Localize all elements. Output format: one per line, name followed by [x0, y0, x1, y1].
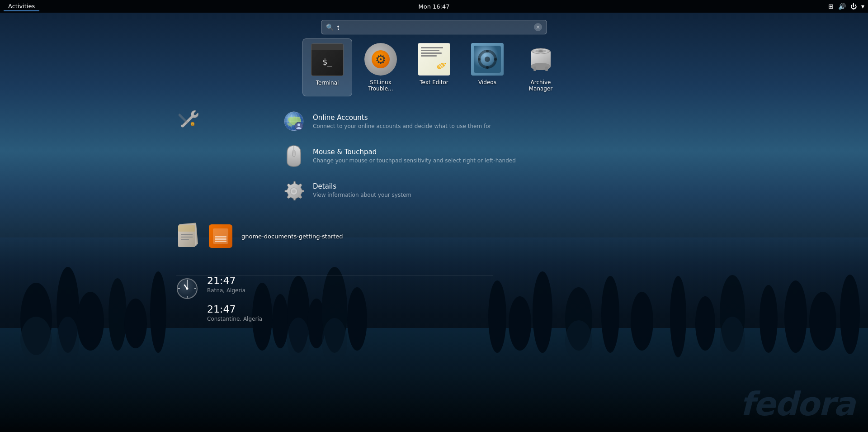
settings-wrench-icon [179, 109, 198, 128]
tree-silhouette [0, 237, 868, 432]
clock-entry-batna[interactable]: 21:47 Batna, Algeria [207, 276, 262, 294]
svg-point-38 [478, 58, 481, 61]
svg-point-21 [695, 296, 715, 351]
search-input[interactable] [337, 24, 530, 31]
topbar-clock: Mon 16:47 [418, 3, 449, 10]
screen-layout-icon[interactable]: ⊞ [828, 3, 834, 10]
clock-icon-wrap [176, 278, 198, 301]
svg-point-37 [486, 66, 489, 69]
dropdown-icon[interactable]: ▾ [861, 3, 864, 10]
online-accounts-icon [283, 111, 304, 132]
svg-point-23 [760, 285, 778, 353]
clock-time-batna: 21:47 [207, 276, 262, 286]
app-terminal-label: Terminal [316, 80, 339, 86]
details-icon [283, 180, 304, 200]
svg-point-26 [840, 275, 860, 354]
gnome-doc-inner [213, 228, 228, 244]
videos-icon [471, 43, 504, 76]
mouse-touchpad-icon [283, 144, 304, 167]
clock-entry-constantine[interactable]: 21:47 Constantine, Algeria [207, 304, 262, 322]
clock-svg [176, 278, 198, 299]
search-icon: 🔍 [326, 24, 334, 31]
app-selinux-label: SELinux Trouble... [359, 79, 402, 92]
settings-results: Online Accounts Connect to your online a… [276, 104, 592, 207]
texteditor-lines [418, 43, 450, 62]
svg-point-13 [347, 287, 367, 351]
recent-section: gnome-documents-getting-started [176, 222, 343, 251]
svg-point-45 [538, 50, 543, 52]
texteditor-line [421, 55, 437, 57]
gnome-doc-icon[interactable] [209, 224, 232, 248]
svg-point-5 [108, 278, 127, 351]
clocks-section: 21:47 Batna, Algeria 21:47 Constantine, … [176, 276, 262, 322]
app-selinux[interactable]: ⚙ SELinux Trouble... [356, 38, 406, 96]
settings-item-online-accounts[interactable]: Online Accounts Connect to your online a… [276, 104, 592, 138]
svg-point-35 [485, 57, 490, 62]
selinux-gear-icon: ⚙ [375, 52, 386, 67]
clock-location-constantine: Constantine, Algeria [207, 316, 262, 322]
gnome-doc-label: gnome-documents-getting-started [241, 233, 343, 240]
terminal-icon-wrap: $_ [311, 43, 344, 76]
texteditor-line [421, 52, 442, 54]
app-terminal[interactable]: $_ Terminal [302, 38, 352, 96]
svg-rect-46 [533, 66, 536, 71]
svg-point-7 [150, 271, 166, 353]
texteditor-icon: ✏ [418, 43, 450, 76]
texteditor-line [421, 50, 439, 51]
svg-point-63 [292, 190, 296, 193]
online-accounts-title: Online Accounts [313, 114, 585, 122]
svg-point-31 [565, 320, 592, 361]
svg-point-32 [720, 317, 745, 362]
svg-point-28 [57, 317, 79, 366]
topbar-left: Activities [4, 2, 39, 11]
svg-point-39 [494, 58, 497, 61]
mouse-touchpad-desc: Change your mouse or touchpad sensitivit… [313, 157, 585, 164]
details-desc: View information about your system [313, 192, 585, 198]
details-icon-wrap [283, 179, 305, 201]
online-accounts-icon-wrap [283, 110, 305, 132]
app-videos[interactable]: Videos [462, 38, 512, 96]
svg-line-48 [179, 115, 187, 122]
texteditor-icon-wrap: ✏ [418, 43, 450, 76]
archivemanager-icon-wrap [524, 43, 557, 76]
svg-point-19 [631, 292, 653, 351]
volume-icon[interactable]: 🔊 [838, 3, 846, 10]
svg-point-29 [287, 318, 310, 361]
svg-rect-47 [545, 66, 548, 71]
search-container: 🔍 × [321, 20, 547, 34]
activities-button[interactable]: Activities [4, 2, 39, 11]
texteditor-line [421, 47, 443, 48]
selinux-icon-wrap: ⚙ [364, 43, 397, 76]
archivemanager-icon [524, 43, 557, 76]
videos-icon-wrap [471, 43, 504, 76]
search-clear-button[interactable]: × [534, 23, 542, 31]
app-texteditor[interactable]: ✏ Text Editor [409, 38, 459, 96]
fedora-watermark: fedora [740, 385, 854, 423]
svg-point-27 [20, 317, 52, 362]
mouse-touchpad-icon-wrap [283, 145, 305, 166]
mouse-touchpad-title: Mouse & Touchpad [313, 148, 585, 156]
power-icon[interactable]: ⏻ [850, 3, 857, 10]
topbar: Activities Mon 16:47 ⊞ 🔊 ⏻ ▾ [0, 0, 868, 13]
settings-item-details[interactable]: Details View information about your syst… [276, 173, 592, 207]
document-stack-svg [176, 222, 200, 249]
videos-svg [474, 46, 501, 73]
details-title: Details [313, 182, 585, 190]
apps-row: $_ Terminal ⚙ SELinux Trouble... [302, 38, 566, 96]
clock-time-constantine: 21:47 [207, 304, 262, 314]
recent-file-stack-icon [176, 222, 200, 251]
app-texteditor-label: Text Editor [420, 79, 448, 85]
app-archivemanager[interactable]: Archive Manager [516, 38, 566, 96]
clock-location-batna: Batna, Algeria [207, 287, 262, 294]
svg-point-9 [272, 294, 288, 348]
app-archivemanager-label: Archive Manager [519, 79, 562, 92]
terminal-icon: $_ [311, 43, 344, 76]
svg-point-20 [670, 276, 686, 357]
settings-item-mouse-touchpad[interactable]: Mouse & Touchpad Change your mouse or to… [276, 138, 592, 173]
settings-category-indicator [179, 109, 198, 130]
clocks-list: 21:47 Batna, Algeria 21:47 Constantine, … [207, 276, 262, 322]
section-divider-recent [176, 221, 493, 221]
svg-point-58 [297, 123, 300, 126]
topbar-right: ⊞ 🔊 ⏻ ▾ [828, 3, 864, 10]
svg-point-36 [486, 50, 489, 52]
